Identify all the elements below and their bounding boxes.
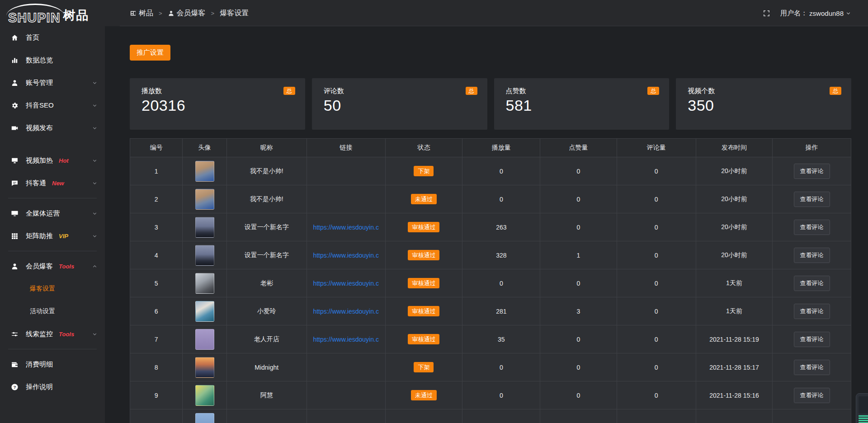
status-badge[interactable]: 审核通过 xyxy=(408,278,439,288)
cell-status: 未通过 xyxy=(385,381,462,409)
sidebar-item-消费明细[interactable]: 消费明细 xyxy=(0,353,105,376)
breadcrumb-item-会员爆客[interactable]: 会员爆客 xyxy=(168,9,206,18)
status-badge[interactable]: 下架 xyxy=(414,166,434,176)
stat-card-total-badge[interactable]: 总 xyxy=(466,87,477,95)
cell-comments: 0 xyxy=(617,241,696,269)
cell-comments: 0 xyxy=(617,353,696,381)
sidebar-item-账号管理[interactable]: 账号管理 xyxy=(0,71,105,94)
cell-comments: 0 xyxy=(617,297,696,325)
view-comments-button[interactable]: 查看评论 xyxy=(794,360,830,375)
sliders-icon xyxy=(11,330,19,338)
wallet-icon xyxy=(11,361,19,368)
sidebar-item-tag: VIP xyxy=(59,233,68,240)
username-value: zswodun88 xyxy=(809,9,844,17)
stat-card-label: 评论数 xyxy=(324,87,476,95)
column-header-操作: 操作 xyxy=(773,139,851,157)
cell-status: 下架 xyxy=(385,353,462,381)
sidebar-menu: 首页数据总览账号管理抖音SEO视频发布视频加热Hot抖客通New全媒体运营矩阵助… xyxy=(0,26,105,398)
video-link[interactable]: https://www.iesdouyin.c xyxy=(313,280,379,287)
cell-actions xyxy=(773,409,851,423)
sidebar-item-全媒体运营[interactable]: 全媒体运营 xyxy=(0,202,105,225)
videos-table-wrap: 编号头像昵称链接状态播放量点赞量评论量发布时间操作 1我不是小帅!下架00020… xyxy=(130,138,851,423)
stat-card-total-badge[interactable]: 总 xyxy=(647,87,659,95)
stat-card-label: 点赞数 xyxy=(506,87,658,95)
sidebar-item-矩阵助推[interactable]: 矩阵助推VIP xyxy=(0,225,105,247)
view-comments-button[interactable]: 查看评论 xyxy=(794,248,830,263)
cell-nickname: 我不是小帅! xyxy=(226,157,307,185)
status-badge[interactable]: 未通过 xyxy=(411,194,437,204)
view-comments-button[interactable]: 查看评论 xyxy=(794,276,830,291)
cell-likes: 0 xyxy=(540,325,617,353)
cell-avatar xyxy=(183,241,226,269)
stat-card-total-badge[interactable]: 总 xyxy=(830,87,841,95)
fullscreen-icon[interactable] xyxy=(763,9,770,17)
view-comments-button[interactable]: 查看评论 xyxy=(794,192,830,207)
breadcrumb-item-爆客设置[interactable]: 爆客设置 xyxy=(220,9,249,18)
cell-avatar xyxy=(183,269,226,297)
cell-comments: 0 xyxy=(617,325,696,353)
brand-logo: SHUPIN 树品 xyxy=(0,0,105,26)
videos-table: 编号头像昵称链接状态播放量点赞量评论量发布时间操作 1我不是小帅!下架00020… xyxy=(130,138,851,423)
promo-settings-button[interactable]: 推广设置 xyxy=(130,45,170,61)
status-badge[interactable]: 审核通过 xyxy=(408,306,439,316)
sidebar-item-抖音SEO[interactable]: 抖音SEO xyxy=(0,94,105,117)
status-badge[interactable]: 审核通过 xyxy=(408,334,439,344)
cell-nickname xyxy=(226,409,307,423)
cell-likes xyxy=(540,409,617,423)
sidebar-item-线索监控[interactable]: 线索监控Tools xyxy=(0,323,105,345)
sidebar-item-会员爆客[interactable]: 会员爆客Tools xyxy=(0,255,105,277)
sidebar-item-视频加热[interactable]: 视频加热Hot xyxy=(0,149,105,172)
status-badge[interactable]: 审核通过 xyxy=(408,222,439,232)
chevron-down-icon xyxy=(92,180,98,186)
video-link[interactable]: https://www.iesdouyin.c xyxy=(313,308,379,315)
floating-widget[interactable] xyxy=(856,393,868,423)
sidebar-item-首页[interactable]: 首页 xyxy=(0,26,105,49)
video-link[interactable]: https://www.iesdouyin.c xyxy=(313,252,379,259)
sidebar-subitem-活动设置[interactable]: 活动设置 xyxy=(0,300,105,323)
status-badge[interactable]: 审核通过 xyxy=(408,250,439,260)
cell-time xyxy=(696,409,772,423)
cell-nickname: 我不是小帅! xyxy=(226,185,307,213)
sidebar-subitem-爆客设置[interactable]: 爆客设置 xyxy=(0,277,105,300)
sidebar-item-label: 首页 xyxy=(26,33,39,42)
stat-card-total-badge[interactable]: 总 xyxy=(283,87,295,95)
cell-actions: 查看评论 xyxy=(773,157,851,185)
view-comments-button[interactable]: 查看评论 xyxy=(794,388,830,403)
cell-comments: 0 xyxy=(617,269,696,297)
grid-icon xyxy=(11,232,19,240)
sidebar-item-视频发布[interactable]: 视频发布 xyxy=(0,117,105,139)
status-badge[interactable]: 未通过 xyxy=(411,390,437,400)
column-header-发布时间: 发布时间 xyxy=(696,139,772,157)
chevron-down-icon xyxy=(92,158,98,164)
cell-comments: 0 xyxy=(617,185,696,213)
view-comments-button[interactable]: 查看评论 xyxy=(794,304,830,319)
logo-text-en: SHUPIN xyxy=(8,12,61,24)
cell-link xyxy=(307,157,385,185)
sidebar-item-tag: Hot xyxy=(59,157,69,164)
view-comments-button[interactable]: 查看评论 xyxy=(794,164,830,179)
view-comments-button[interactable]: 查看评论 xyxy=(794,220,830,235)
sidebar-item-操作说明[interactable]: ?操作说明 xyxy=(0,376,105,398)
stat-card-评论数: 评论数50总 xyxy=(312,78,487,130)
chevron-down-icon xyxy=(92,80,98,86)
sidebar-item-抖客通[interactable]: 抖客通New xyxy=(0,172,105,194)
breadcrumb-item-树品[interactable]: 树品 xyxy=(130,9,153,18)
chart-icon xyxy=(11,56,19,64)
cell-id: 7 xyxy=(130,325,183,353)
user-menu[interactable]: 用户名： zswodun88 xyxy=(780,9,851,18)
cell-avatar xyxy=(183,213,226,241)
column-header-点赞量: 点赞量 xyxy=(540,139,617,157)
sidebar-item-label: 全媒体运营 xyxy=(26,209,60,218)
sidebar-item-数据总览[interactable]: 数据总览 xyxy=(0,49,105,71)
video-link[interactable]: https://www.iesdouyin.c xyxy=(313,336,379,343)
status-badge[interactable]: 下架 xyxy=(414,362,434,372)
avatar xyxy=(195,217,214,238)
cell-avatar xyxy=(183,409,226,423)
view-comments-button[interactable]: 查看评论 xyxy=(794,332,830,347)
column-header-编号: 编号 xyxy=(130,139,183,157)
cell-actions: 查看评论 xyxy=(773,185,851,213)
avatar xyxy=(195,329,214,350)
table-row: 1我不是小帅!下架00020小时前查看评论 xyxy=(130,157,851,185)
table-row: 5老彬https://www.iesdouyin.c审核通过0001天前查看评论 xyxy=(130,269,851,297)
video-link[interactable]: https://www.iesdouyin.c xyxy=(313,224,379,231)
